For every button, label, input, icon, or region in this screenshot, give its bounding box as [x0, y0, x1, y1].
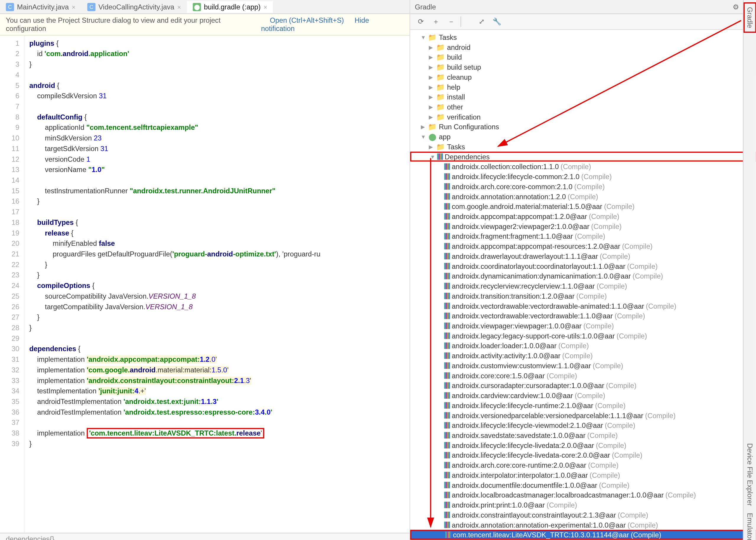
- tree-node[interactable]: com.google.android.material:material:1.5…: [410, 201, 756, 211]
- tree-node[interactable]: androidx.core:core:1.5.0@aar(Compile): [410, 371, 756, 381]
- tree-node[interactable]: androidx.savedstate:savedstate:1.0.0@aar…: [410, 430, 756, 440]
- folder-icon: 📁: [436, 43, 445, 51]
- tree-node[interactable]: androidx.lifecycle:lifecycle-viewmodel:2…: [410, 421, 756, 431]
- code-editor[interactable]: 1234567891011121314151617181920212223242…: [0, 36, 410, 533]
- tree-node[interactable]: ▶📁cleanup: [410, 72, 756, 82]
- tree-node[interactable]: androidx.coordinatorlayout:coordinatorla…: [410, 261, 756, 271]
- tree-node[interactable]: ▶📁android: [410, 42, 756, 52]
- library-icon: [444, 452, 450, 459]
- tree-node[interactable]: androidx.annotation:annotation:1.2.0(Com…: [410, 192, 756, 202]
- tree-node[interactable]: androidx.vectordrawable:vectordrawable:1…: [410, 311, 756, 321]
- tree-node[interactable]: androidx.fragment:fragment:1.1.0@aar(Com…: [410, 231, 756, 241]
- library-icon: [444, 372, 450, 379]
- editor-tab[interactable]: CMainActivity.java×: [0, 1, 82, 13]
- library-icon: [445, 531, 451, 538]
- device-file-explorer-tab[interactable]: Device File Explorer: [744, 439, 755, 509]
- refresh-icon[interactable]: ⟳: [415, 17, 427, 27]
- project-structure-hint-bar: You can use the Project Structure dialog…: [0, 14, 410, 36]
- tree-node[interactable]: androidx.lifecycle:lifecycle-runtime:2.1…: [410, 400, 756, 410]
- tree-node[interactable]: androidx.arch.core:core-common:2.1.0(Com…: [410, 182, 756, 192]
- tree-node[interactable]: androidx.viewpager2:viewpager2:1.0.0@aar…: [410, 221, 756, 231]
- tree-node[interactable]: androidx.cursoradapter:cursoradapter:1.0…: [410, 381, 756, 391]
- folder-icon: 📁: [436, 93, 445, 101]
- library-icon: [444, 462, 450, 468]
- tree-node[interactable]: ▶📁build setup: [410, 62, 756, 72]
- tree-node[interactable]: androidx.activity:activity:1.0.0@aar(Com…: [410, 350, 756, 360]
- tree-node[interactable]: androidx.recyclerview:recyclerview:1.1.0…: [410, 281, 756, 291]
- dependencies-node[interactable]: ▼Dependencies: [410, 152, 756, 162]
- tree-node[interactable]: ▶📁build: [410, 52, 756, 62]
- tree-node[interactable]: androidx.annotation:annotation-experimen…: [410, 520, 756, 530]
- library-icon: [444, 263, 450, 269]
- tree-node[interactable]: androidx.lifecycle:lifecycle-common:2.1.…: [410, 172, 756, 182]
- tree-node[interactable]: androidx.drawerlayout:drawerlayout:1.1.1…: [410, 251, 756, 261]
- tree-node[interactable]: ▼📁Tasks: [410, 32, 756, 42]
- close-icon[interactable]: ×: [72, 3, 76, 10]
- close-icon[interactable]: ×: [264, 3, 267, 10]
- tree-node[interactable]: androidx.lifecycle:lifecycle-livedata-co…: [410, 450, 756, 460]
- tree-node[interactable]: ▶📁install: [410, 92, 756, 102]
- close-icon[interactable]: ×: [177, 3, 181, 10]
- wrench-icon[interactable]: 🔧: [491, 17, 503, 27]
- tree-node[interactable]: androidx.lifecycle:lifecycle-livedata:2.…: [410, 440, 756, 450]
- tree-node[interactable]: androidx.legacy:legacy-support-core-util…: [410, 331, 756, 341]
- tree-node[interactable]: androidx.collection:collection:1.1.0(Com…: [410, 162, 756, 172]
- tree-node[interactable]: androidx.loader:loader:1.0.0@aar(Compile…: [410, 341, 756, 351]
- editor-tab[interactable]: CVideoCallingActivity.java×: [82, 1, 187, 13]
- library-icon: [444, 502, 450, 508]
- tree-node[interactable]: androidx.print:print:1.0.0@aar(Compile): [410, 500, 756, 510]
- tree-node[interactable]: ▶📁other: [410, 102, 756, 112]
- library-icon: [444, 213, 450, 219]
- folder-icon: 📁: [436, 143, 445, 151]
- folder-icon: 📁: [428, 33, 437, 41]
- tree-node[interactable]: androidx.localbroadcastmanager:localbroa…: [410, 490, 756, 500]
- tree-node[interactable]: androidx.interpolator:interpolator:1.0.0…: [410, 470, 756, 480]
- folder-icon: 📁: [436, 73, 445, 81]
- plus-icon[interactable]: ＋: [430, 17, 442, 27]
- gradle-file-icon: ⬤: [193, 3, 201, 11]
- tree-node[interactable]: ▼⬤app: [410, 132, 756, 142]
- tree-node[interactable]: androidx.documentfile:documentfile:1.0.0…: [410, 480, 756, 490]
- expand-icon[interactable]: ⤢: [476, 17, 487, 27]
- tree-node[interactable]: androidx.transition:transition:1.2.0@aar…: [410, 291, 756, 301]
- editor-tab[interactable]: ⬤build.gradle (:app)×: [187, 1, 273, 13]
- library-icon: [444, 392, 450, 399]
- tree-node[interactable]: androidx.dynamicanimation:dynamicanimati…: [410, 271, 756, 281]
- library-icon: [444, 193, 450, 200]
- tree-node[interactable]: androidx.arch.core:core-runtime:2.0.0@aa…: [410, 460, 756, 470]
- library-icon: [444, 323, 450, 329]
- tree-node[interactable]: ▶📁help: [410, 82, 756, 92]
- folder-icon: 📁: [436, 113, 445, 121]
- library-icon: [444, 243, 450, 249]
- tree-node[interactable]: androidx.cardview:cardview:1.0.0@aar(Com…: [410, 390, 756, 400]
- gradle-tree[interactable]: ▼📁Tasks▶📁android▶📁build▶📁build setup▶📁cl…: [410, 30, 756, 540]
- gradle-tool-tab[interactable]: Gradle: [743, 2, 756, 33]
- gradle-panel-header: Gradle ⚙ —: [410, 0, 756, 14]
- tree-node[interactable]: com.tencent.liteav:LiteAVSDK_TRTC:10.3.0…: [410, 530, 756, 540]
- tree-node[interactable]: androidx.viewpager:viewpager:1.0.0@aar(C…: [410, 321, 756, 331]
- open-project-structure-link[interactable]: Open (Ctrl+Alt+Shift+S): [270, 17, 344, 25]
- folder-icon: 📁: [436, 53, 445, 62]
- tree-node[interactable]: ▶📁Run Configurations: [410, 122, 756, 132]
- library-icon: [444, 313, 450, 319]
- right-tool-sidebar: Gradle Device File Explorer Emulator: [743, 0, 756, 540]
- java-file-icon: C: [6, 3, 14, 11]
- tree-node[interactable]: androidx.appcompat:appcompat-resources:1…: [410, 241, 756, 251]
- library-icon: [444, 422, 450, 429]
- tree-node[interactable]: ▶📁verification: [410, 112, 756, 122]
- folder-icon: 📁: [436, 63, 445, 71]
- tree-node[interactable]: androidx.vectordrawable:vectordrawable-a…: [410, 301, 756, 311]
- library-icon: [444, 283, 450, 289]
- tree-node[interactable]: androidx.customview:customview:1.1.0@aar…: [410, 360, 756, 371]
- library-icon: [444, 333, 450, 339]
- minus-icon[interactable]: －: [445, 17, 457, 27]
- tree-node[interactable]: androidx.versionedparcelable:versionedpa…: [410, 410, 756, 421]
- tree-node[interactable]: androidx.appcompat:appcompat:1.2.0@aar(C…: [410, 211, 756, 221]
- library-icon: [444, 303, 450, 309]
- gear-icon[interactable]: ⚙: [731, 2, 741, 12]
- library-icon: [444, 293, 450, 299]
- emulator-tab[interactable]: Emulator: [744, 509, 755, 540]
- tree-node[interactable]: ▶📁Tasks: [410, 142, 756, 152]
- tree-node[interactable]: androidx.constraintlayout:constraintlayo…: [410, 510, 756, 520]
- hint-text: You can use the Project Structure dialog…: [6, 17, 261, 33]
